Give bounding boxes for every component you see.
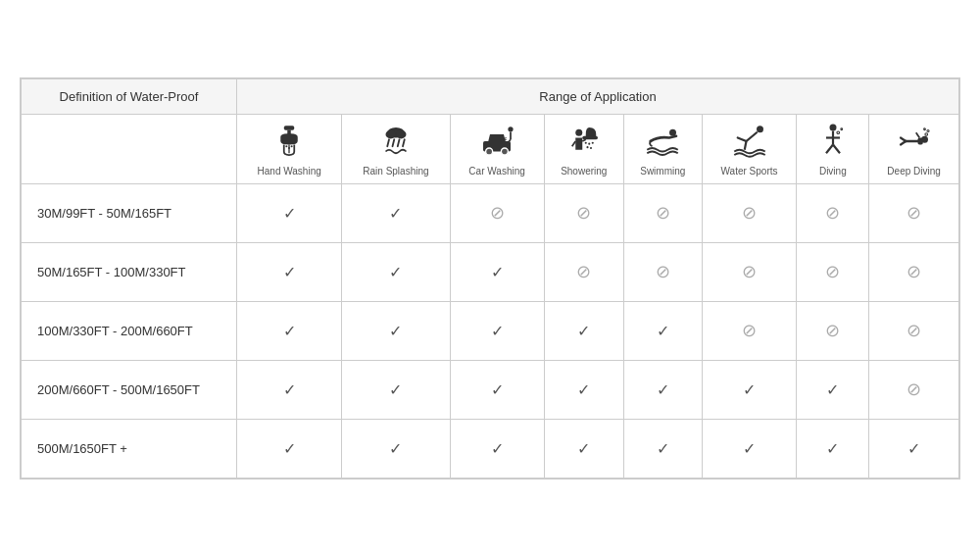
row-1-col-7: ⊘: [869, 242, 959, 301]
check-mark: ✓: [389, 323, 402, 339]
row-2-col-4: ✓: [623, 301, 702, 360]
row-3-col-4: ✓: [623, 360, 702, 419]
table-row: 50M/165FT - 100M/330FT✓✓✓⊘⊘⊘⊘⊘: [22, 242, 959, 301]
svg-line-26: [572, 141, 576, 146]
row-1-col-6: ⊘: [797, 242, 869, 301]
row-4-col-3: ✓: [544, 419, 623, 478]
showering-icon: [564, 121, 605, 162]
icon-col-car_washing: Car Washing: [450, 114, 544, 183]
row-0-col-6: ⊘: [797, 183, 869, 242]
check-mark: ✓: [743, 440, 756, 457]
icon-col-hand_washing: Hand Washing: [237, 114, 342, 183]
svg-point-4: [288, 146, 290, 148]
no-symbol: ⊘: [742, 262, 757, 281]
row-4-col-6: ✓: [797, 419, 869, 478]
check-mark: ✓: [657, 381, 669, 398]
table-row: 30M/99FT - 50M/165FT✓✓⊘⊘⊘⊘⊘⊘: [22, 183, 959, 242]
check-mark: ✓: [743, 381, 756, 398]
table-row: 200M/660FT - 500M/1650FT✓✓✓✓✓✓✓⊘: [22, 360, 959, 419]
rain_splashing-icon: [375, 121, 416, 162]
row-2-col-1: ✓: [342, 301, 450, 360]
svg-point-34: [837, 130, 840, 133]
svg-point-14: [486, 148, 493, 155]
row-0-definition: 30M/99FT - 50M/165FT: [22, 183, 237, 242]
svg-point-21: [588, 142, 590, 144]
row-2-col-3: ✓: [544, 301, 623, 360]
no-symbol: ⊘: [742, 203, 757, 223]
swimming-icon: [642, 121, 683, 162]
check-mark: ✓: [826, 440, 839, 457]
no-symbol: ⊘: [906, 262, 921, 281]
check-mark: ✓: [657, 323, 669, 339]
svg-point-5: [291, 145, 293, 147]
water_sports-icon: [729, 121, 770, 162]
check-mark: ✓: [389, 264, 402, 280]
svg-point-8: [396, 129, 407, 138]
no-symbol: ⊘: [906, 379, 921, 399]
row-1-col-4: ⊘: [623, 242, 702, 301]
row-4-col-2: ✓: [450, 419, 544, 478]
deep_diving-icon: [894, 121, 935, 162]
row-4-col-1: ✓: [342, 419, 450, 478]
row-3-col-6: ✓: [797, 360, 869, 419]
no-symbol: ⊘: [825, 321, 840, 340]
check-mark: ✓: [491, 440, 504, 457]
svg-point-30: [829, 124, 836, 130]
svg-point-35: [841, 127, 843, 129]
row-4-col-4: ✓: [623, 419, 702, 478]
svg-rect-19: [582, 135, 598, 139]
check-mark: ✓: [283, 381, 296, 398]
no-symbol: ⊘: [825, 203, 840, 223]
svg-point-24: [590, 146, 592, 148]
check-mark: ✓: [389, 381, 402, 398]
row-3-col-7: ⊘: [869, 360, 959, 419]
row-0-col-0: ✓: [237, 183, 342, 242]
row-4-col-7: ✓: [869, 419, 959, 478]
svg-rect-0: [284, 126, 295, 129]
no-symbol: ⊘: [742, 321, 757, 340]
range-header: Range of Application: [237, 78, 959, 114]
row-0-col-5: ⊘: [702, 183, 797, 242]
svg-point-40: [923, 127, 925, 129]
table-row: 100M/330FT - 200M/660FT✓✓✓✓✓⊘⊘⊘: [22, 301, 959, 360]
svg-point-25: [575, 128, 582, 135]
row-2-col-6: ⊘: [797, 301, 869, 360]
row-1-col-5: ⊘: [702, 242, 797, 301]
row-1-col-2: ✓: [450, 242, 544, 301]
icon-col-deep_diving: Deep Diving: [869, 114, 959, 183]
svg-point-29: [757, 126, 763, 132]
row-4-definition: 500M/1650FT +: [22, 419, 237, 478]
row-2-col-2: ✓: [450, 301, 544, 360]
svg-point-38: [925, 132, 928, 135]
svg-line-9: [387, 139, 389, 146]
hand_washing-label: Hand Washing: [258, 166, 321, 177]
row-2-col-7: ⊘: [869, 301, 959, 360]
row-3-col-3: ✓: [544, 360, 623, 419]
row-4-col-0: ✓: [237, 419, 342, 478]
icon-col-water_sports: Water Sports: [702, 114, 797, 183]
svg-point-22: [591, 141, 593, 143]
check-mark: ✓: [491, 381, 504, 398]
row-0-col-7: ⊘: [869, 183, 959, 242]
hand_washing-icon: [269, 121, 310, 162]
svg-line-27: [582, 139, 586, 141]
icon-col-rain_splashing: Rain Splashing: [342, 114, 450, 183]
table-row: 500M/1650FT +✓✓✓✓✓✓✓✓: [22, 419, 959, 478]
row-3-col-1: ✓: [342, 360, 450, 419]
row-3-col-5: ✓: [702, 360, 797, 419]
swimming-label: Swimming: [640, 166, 685, 177]
deep_diving-label: Deep Diving: [887, 166, 940, 177]
row-0-col-1: ✓: [342, 183, 450, 242]
water_sports-label: Water Sports: [721, 166, 778, 177]
row-2-col-0: ✓: [237, 301, 342, 360]
row-3-col-2: ✓: [450, 360, 544, 419]
check-mark: ✓: [907, 440, 920, 457]
no-symbol: ⊘: [656, 203, 670, 223]
svg-point-39: [927, 129, 929, 131]
definition-icon-spacer: [22, 114, 237, 183]
row-4-col-5: ✓: [702, 419, 797, 478]
diving-icon: [812, 121, 854, 162]
rain_splashing-label: Rain Splashing: [363, 166, 428, 177]
svg-point-20: [584, 141, 586, 143]
no-symbol: ⊘: [906, 321, 921, 340]
